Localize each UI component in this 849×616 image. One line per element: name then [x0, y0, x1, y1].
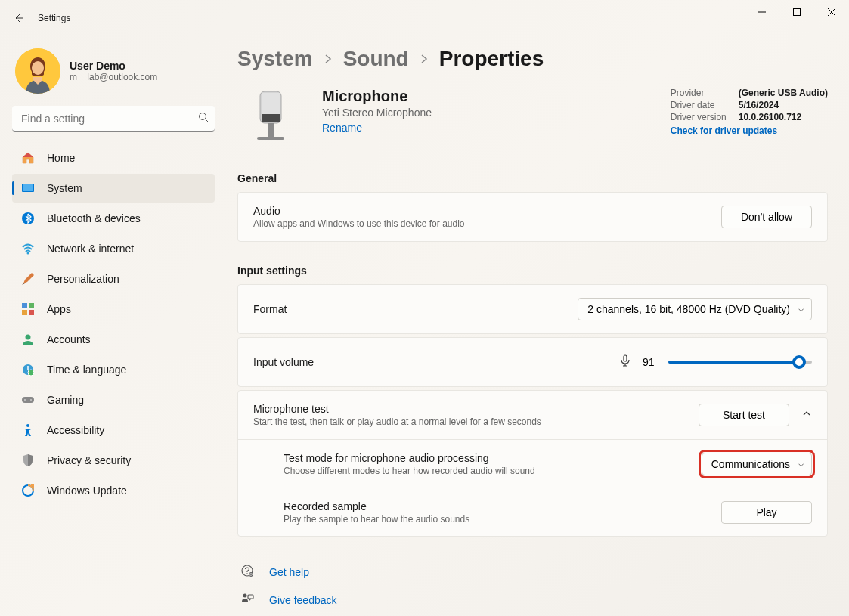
close-button[interactable]: [814, 0, 849, 24]
collapse-button[interactable]: [801, 408, 812, 422]
nav-apps[interactable]: Apps: [12, 295, 215, 323]
window-title: Settings: [38, 13, 70, 23]
nav-windows-update[interactable]: Windows Update: [12, 476, 215, 505]
search-icon: [198, 112, 209, 125]
nav-label: Gaming: [47, 394, 84, 406]
breadcrumb-sound[interactable]: Sound: [343, 47, 409, 71]
device-icon: [237, 88, 304, 154]
user-email: m__lab@outlook.com: [70, 72, 157, 82]
nav-network[interactable]: Network & internet: [12, 234, 215, 263]
svg-rect-5: [23, 184, 33, 191]
nav-bluetooth[interactable]: Bluetooth & devices: [12, 204, 215, 233]
maximize-button[interactable]: [779, 0, 814, 24]
nav-label: Time & language: [47, 364, 126, 376]
svg-point-7: [27, 252, 29, 255]
svg-rect-31: [248, 595, 253, 599]
nav-accounts[interactable]: Accounts: [12, 325, 215, 354]
audio-row-subtitle: Allow apps and Windows to use this devic…: [253, 218, 721, 229]
nav-time-language[interactable]: Time & language: [12, 355, 215, 384]
recorded-sample-title: Recorded sample: [284, 500, 721, 512]
search-input[interactable]: [12, 106, 215, 132]
section-general-title: General: [237, 172, 828, 184]
start-test-button[interactable]: Start test: [699, 404, 789, 426]
svg-rect-8: [22, 303, 27, 308]
update-icon: [21, 484, 35, 497]
svg-rect-0: [794, 9, 801, 16]
volume-slider[interactable]: [668, 361, 812, 364]
svg-rect-15: [22, 397, 34, 403]
test-mode-title: Test mode for microphone audio processin…: [284, 452, 702, 464]
user-profile[interactable]: User Demo m__lab@outlook.com: [12, 42, 215, 106]
feedback-label: Give feedback: [269, 594, 337, 606]
clock-globe-icon: [21, 363, 35, 376]
section-input-title: Input settings: [237, 265, 828, 277]
shield-icon: [21, 453, 35, 467]
nav-label: Apps: [47, 303, 71, 315]
audio-row-title: Audio: [253, 205, 721, 217]
nav-label: Windows Update: [47, 484, 127, 497]
nav-label: Accessibility: [47, 424, 104, 436]
play-button[interactable]: Play: [721, 501, 812, 524]
bluetooth-icon: [21, 212, 35, 225]
nav-home[interactable]: Home: [12, 144, 215, 172]
nav-privacy[interactable]: Privacy & security: [12, 446, 215, 475]
slider-fill: [668, 361, 799, 364]
mic-test-title: Microphone test: [253, 403, 699, 415]
give-feedback-link[interactable]: Give feedback: [237, 586, 828, 614]
format-label: Format: [253, 303, 578, 315]
svg-point-17: [30, 399, 32, 401]
user-name: User Demo: [70, 60, 157, 72]
nav-personalization[interactable]: Personalization: [12, 265, 215, 293]
nav-system[interactable]: System: [12, 174, 215, 203]
slider-thumb[interactable]: [792, 355, 806, 369]
device-subtitle: Yeti Stereo Microphone: [322, 107, 432, 119]
volume-value: 91: [643, 356, 658, 368]
svg-point-27: [246, 573, 248, 574]
nav-gaming[interactable]: Gaming: [12, 385, 215, 414]
svg-point-14: [28, 370, 34, 376]
rename-button[interactable]: Rename: [322, 122, 432, 134]
svg-rect-21: [262, 93, 280, 114]
svg-rect-9: [29, 303, 34, 308]
provider-label: Provider: [671, 88, 739, 98]
svg-point-18: [26, 424, 29, 427]
recorded-sample-subtitle: Play the sample to hear how the audio so…: [284, 514, 721, 525]
gamepad-icon: [21, 393, 35, 407]
breadcrumb-system[interactable]: System: [237, 47, 313, 71]
svg-point-3: [200, 113, 206, 120]
apps-icon: [21, 302, 35, 316]
home-icon: [21, 151, 35, 165]
get-help-link[interactable]: Get help: [237, 558, 828, 586]
provider-value: (Generic USB Audio): [739, 88, 828, 98]
svg-point-16: [24, 399, 26, 401]
nav-label: Home: [47, 152, 75, 164]
person-icon: [21, 333, 35, 346]
device-title: Microphone: [322, 88, 432, 105]
back-button[interactable]: [6, 6, 30, 30]
driver-version-label: Driver version: [671, 112, 739, 122]
svg-point-2: [32, 61, 44, 75]
back-arrow-icon: [12, 12, 24, 24]
nav-label: Bluetooth & devices: [47, 212, 141, 224]
svg-rect-23: [268, 123, 274, 137]
system-icon: [21, 181, 35, 195]
avatar: [15, 48, 60, 94]
minimize-button[interactable]: [745, 0, 779, 24]
svg-rect-25: [624, 355, 627, 361]
input-volume-label: Input volume: [253, 356, 618, 368]
dont-allow-button[interactable]: Don't allow: [721, 206, 812, 228]
format-dropdown[interactable]: 2 channels, 16 bit, 48000 Hz (DVD Qualit…: [578, 298, 812, 320]
microphone-icon: [618, 354, 632, 370]
nav-label: Network & internet: [47, 243, 134, 255]
svg-point-12: [26, 335, 31, 340]
test-mode-dropdown[interactable]: Communications: [702, 453, 812, 475]
driver-date-label: Driver date: [671, 100, 739, 110]
svg-rect-22: [262, 114, 280, 122]
nav-label: System: [47, 182, 82, 194]
brush-icon: [21, 272, 35, 286]
svg-rect-11: [29, 310, 34, 315]
check-driver-updates-link[interactable]: Check for driver updates: [671, 125, 828, 136]
nav-label: Privacy & security: [47, 454, 131, 466]
nav-accessibility[interactable]: Accessibility: [12, 416, 215, 444]
help-icon: [240, 564, 254, 580]
